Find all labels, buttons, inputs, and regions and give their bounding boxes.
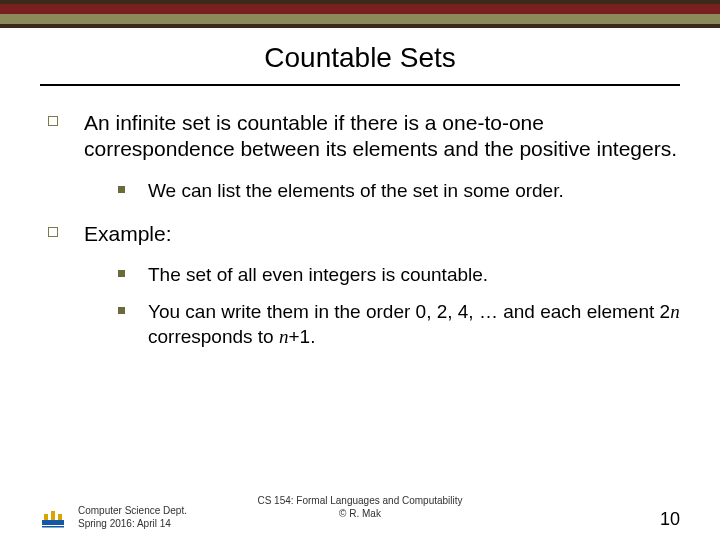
page-number: 10 bbox=[660, 509, 680, 530]
bullet-2-sublist: The set of all even integers is countabl… bbox=[84, 263, 680, 349]
footer-course: CS 154: Formal Languages and Computabili… bbox=[257, 495, 462, 508]
solid-square-icon bbox=[118, 307, 125, 314]
slide-content: An infinite set is countable if there is… bbox=[0, 86, 720, 350]
hollow-square-icon bbox=[48, 227, 58, 237]
footer-left: Computer Science Dept. Spring 2016: Apri… bbox=[40, 505, 187, 530]
university-logo-icon bbox=[40, 508, 66, 530]
bullet-2-text: Example: bbox=[84, 221, 680, 247]
footer-dept-line2: Spring 2016: April 14 bbox=[78, 518, 187, 531]
hollow-square-icon bbox=[48, 116, 58, 126]
solid-square-icon bbox=[118, 186, 125, 193]
sub-bullet: You can write them in the order 0, 2, 4,… bbox=[118, 300, 680, 349]
bar-dark-2 bbox=[0, 24, 720, 28]
bullet-1: An infinite set is countable if there is… bbox=[40, 110, 680, 203]
svg-rect-2 bbox=[51, 511, 55, 520]
slide-footer: Computer Science Dept. Spring 2016: Apri… bbox=[0, 505, 720, 530]
bullet-1-sublist: We can list the elements of the set in s… bbox=[84, 179, 680, 204]
sub-bullet: The set of all even integers is countabl… bbox=[118, 263, 680, 288]
svg-rect-1 bbox=[44, 514, 48, 520]
footer-center: CS 154: Formal Languages and Computabili… bbox=[257, 495, 462, 520]
footer-dept-line1: Computer Science Dept. bbox=[78, 505, 187, 518]
bullet-1-text: An infinite set is countable if there is… bbox=[84, 110, 680, 163]
svg-rect-3 bbox=[58, 514, 62, 520]
footer-dept: Computer Science Dept. Spring 2016: Apri… bbox=[78, 505, 187, 530]
title-area: Countable Sets bbox=[0, 42, 720, 86]
slide-title: Countable Sets bbox=[264, 42, 455, 74]
sub-bullet-text: The set of all even integers is countabl… bbox=[148, 263, 680, 288]
sub-bullet-text: You can write them in the order 0, 2, 4,… bbox=[148, 300, 680, 349]
decorative-top-bars bbox=[0, 0, 720, 28]
solid-square-icon bbox=[118, 270, 125, 277]
svg-rect-4 bbox=[42, 526, 64, 528]
sub-bullet-text: We can list the elements of the set in s… bbox=[148, 179, 680, 204]
bar-olive bbox=[0, 14, 720, 24]
footer-copyright: © R. Mak bbox=[257, 508, 462, 521]
sub-bullet: We can list the elements of the set in s… bbox=[118, 179, 680, 204]
bar-red bbox=[0, 4, 720, 14]
bullet-2: Example: The set of all even integers is… bbox=[40, 221, 680, 349]
svg-rect-0 bbox=[42, 520, 64, 525]
